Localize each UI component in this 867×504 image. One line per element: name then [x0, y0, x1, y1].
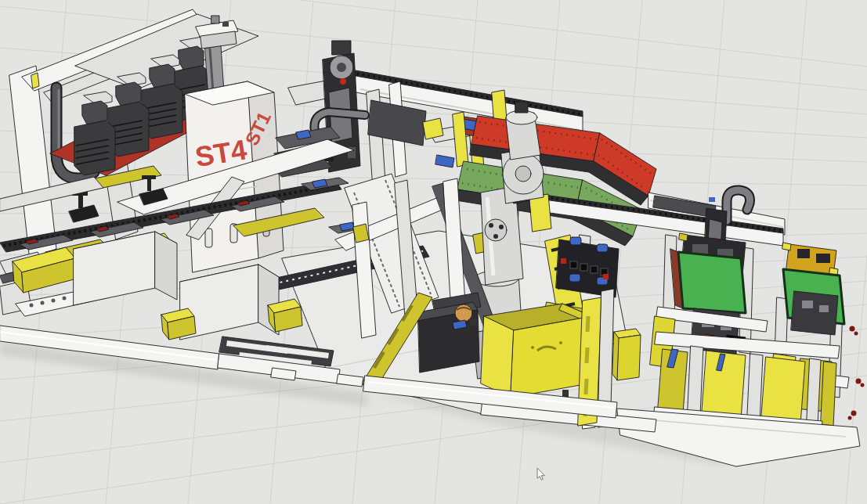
yellow-wedge: [161, 308, 196, 340]
yellow-wedge: [268, 299, 302, 332]
cad-3d-viewport[interactable]: ST4 ST1: [0, 0, 867, 504]
status-dot-red: [340, 78, 346, 85]
scene-canvas[interactable]: ST4 ST1: [0, 0, 867, 504]
small-yellow-cabinet[interactable]: [612, 329, 641, 380]
